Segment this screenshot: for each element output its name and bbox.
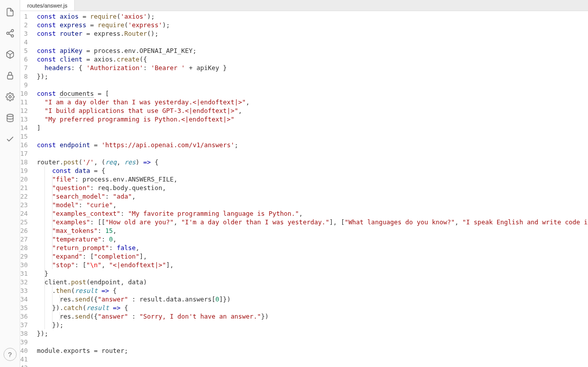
line-number: 38: [20, 329, 28, 338]
code-line[interactable]: });: [37, 72, 588, 81]
code-line[interactable]: [37, 363, 588, 367]
line-number: 1: [20, 12, 28, 21]
code-line[interactable]: "examples": [["How old are you?", "I'm a…: [37, 218, 588, 226]
code-line[interactable]: module.exports = router;: [37, 346, 588, 355]
code-line[interactable]: [37, 149, 588, 158]
line-number: 5: [20, 46, 28, 55]
code-line[interactable]: router.post('/', (req, res) => {: [37, 158, 588, 166]
tab-active[interactable]: routes/answer.js: [20, 0, 75, 11]
line-number: 10: [20, 89, 28, 98]
code-line[interactable]: [37, 355, 588, 363]
line-number: 20: [20, 175, 28, 184]
code-line[interactable]: [37, 81, 588, 89]
code-line[interactable]: "search_model": "ada",: [37, 192, 588, 201]
line-number: 17: [20, 149, 28, 158]
editor-body[interactable]: 1234567891011121314151617181920212223242…: [20, 11, 588, 367]
line-number: 37: [20, 321, 28, 329]
gear-icon[interactable]: [4, 91, 16, 103]
code-line[interactable]: });: [37, 329, 588, 338]
code-line[interactable]: const client = axios.create({: [37, 55, 588, 64]
line-number: 16: [20, 141, 28, 149]
line-number: 24: [20, 209, 28, 218]
line-number: 4: [20, 38, 28, 46]
svg-point-8: [7, 114, 13, 117]
share-icon[interactable]: [4, 27, 16, 39]
line-number: 35: [20, 303, 28, 312]
code-line[interactable]: "temperature": 0,: [37, 235, 588, 243]
svg-point-7: [9, 96, 11, 98]
line-number: 3: [20, 29, 28, 38]
line-number: 11: [20, 98, 28, 106]
code-line[interactable]: "file": process.env.ANSWERS_FILE,: [37, 175, 588, 184]
help-button[interactable]: ?: [4, 348, 17, 361]
line-number: 15: [20, 132, 28, 141]
code-line[interactable]: ]: [37, 124, 588, 132]
code-line[interactable]: [37, 338, 588, 346]
line-number: 28: [20, 243, 28, 252]
svg-line-4: [9, 31, 11, 33]
line-number: 40: [20, 346, 28, 355]
line-number: 8: [20, 72, 28, 81]
lock-icon[interactable]: [4, 70, 16, 82]
code-line[interactable]: "model": "curie",: [37, 201, 588, 209]
activity-bar: ?: [0, 0, 20, 367]
code-line[interactable]: res.send({"answer" : result.data.answers…: [37, 295, 588, 303]
line-number-gutter: 1234567891011121314151617181920212223242…: [20, 11, 37, 367]
line-number: 36: [20, 312, 28, 321]
line-number: 42: [20, 363, 28, 367]
code-line[interactable]: const axios = require('axios');: [37, 12, 588, 21]
line-number: 33: [20, 286, 28, 295]
svg-rect-6: [7, 75, 13, 79]
line-number: 34: [20, 295, 28, 303]
line-number: 14: [20, 124, 28, 132]
database-icon[interactable]: [4, 112, 16, 124]
line-number: 9: [20, 81, 28, 89]
code-line[interactable]: .then(result => {: [37, 286, 588, 295]
line-number: 2: [20, 21, 28, 29]
code-line[interactable]: "expand": ["completion"],: [37, 252, 588, 261]
file-icon[interactable]: [4, 6, 16, 18]
code-line[interactable]: "My preferred programming is Python.<|en…: [37, 115, 588, 124]
code-line[interactable]: [37, 132, 588, 141]
line-number: 6: [20, 55, 28, 64]
code-line[interactable]: const endpoint = 'https://api.openai.com…: [37, 141, 588, 149]
line-number: 27: [20, 235, 28, 243]
tab-bar: routes/answer.js: [20, 0, 588, 11]
code-line[interactable]: client.post(endpoint, data): [37, 278, 588, 286]
line-number: 19: [20, 166, 28, 175]
line-number: 22: [20, 192, 28, 201]
code-line[interactable]: "question": req.body.question,: [37, 184, 588, 192]
code-line[interactable]: }: [37, 269, 588, 278]
line-number: 29: [20, 252, 28, 261]
code-line[interactable]: "return_prompt": false,: [37, 243, 588, 252]
line-number: 18: [20, 158, 28, 166]
code-line[interactable]: const express = require('express');: [37, 21, 588, 29]
code-line[interactable]: const router = express.Router();: [37, 29, 588, 38]
code-line[interactable]: "max_tokens": 15,: [37, 226, 588, 235]
code-line[interactable]: const data = {: [37, 166, 588, 175]
cube-icon[interactable]: [4, 48, 16, 60]
svg-point-2: [11, 35, 14, 37]
code-line[interactable]: });: [37, 321, 588, 329]
code-content[interactable]: const axios = require('axios');const exp…: [37, 11, 588, 367]
check-icon[interactable]: [4, 133, 16, 145]
code-line[interactable]: "examples_context": "My favorite program…: [37, 209, 588, 218]
code-line[interactable]: "I build applications that use GPT-3.<|e…: [37, 106, 588, 115]
code-line[interactable]: res.send({"answer" : "Sorry, I don't hav…: [37, 312, 588, 321]
code-line[interactable]: headers: { 'Authorization': 'Bearer ' + …: [37, 64, 588, 72]
line-number: 30: [20, 261, 28, 269]
code-line[interactable]: const documents = [: [37, 89, 588, 98]
code-line[interactable]: const apiKey = process.env.OPENAI_API_KE…: [37, 46, 588, 55]
svg-point-0: [11, 30, 14, 32]
code-line[interactable]: "stop": ["\n", "<|endoftext|>"],: [37, 261, 588, 269]
line-number: 21: [20, 184, 28, 192]
editor-area: routes/answer.js 12345678910111213141516…: [20, 0, 588, 367]
code-line[interactable]: [37, 38, 588, 46]
line-number: 25: [20, 218, 28, 226]
line-number: 26: [20, 226, 28, 235]
line-number: 39: [20, 338, 28, 346]
line-number: 31: [20, 269, 28, 278]
code-line[interactable]: "I am a day older than I was yesterday.<…: [37, 98, 588, 106]
svg-point-1: [7, 32, 9, 35]
code-line[interactable]: }).catch(result => {: [37, 303, 588, 312]
